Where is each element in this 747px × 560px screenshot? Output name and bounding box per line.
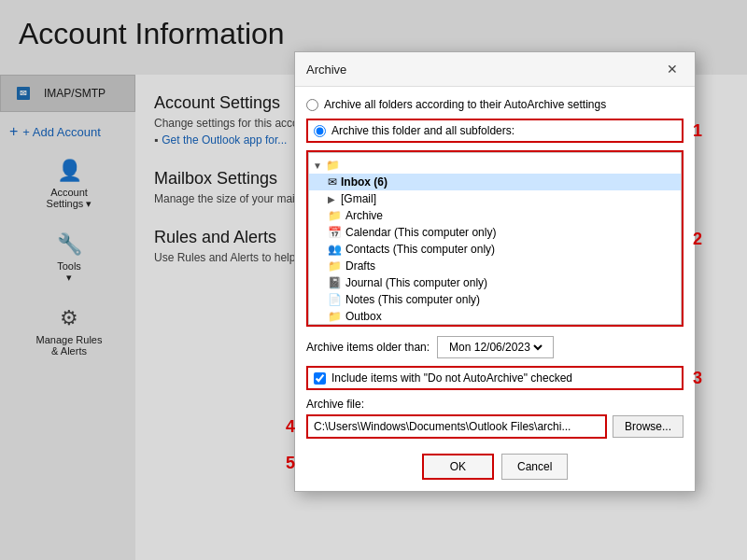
tree-item-inbox[interactable]: ✉ Inbox (6) (309, 174, 681, 190)
contacts-label: Contacts (This computer only) (345, 243, 495, 256)
dialog-buttons: 5 OK Cancel (306, 446, 684, 480)
date-select[interactable]: Mon 12/06/2023 (445, 340, 545, 355)
tree-item-journal[interactable]: 📓 Journal (This computer only) (309, 274, 681, 291)
dialog-titlebar: Archive ✕ (295, 52, 695, 87)
tree-item-outbox[interactable]: 📁 Outbox (309, 308, 681, 325)
tree-item-notes[interactable]: 📄 Notes (This computer only) (309, 291, 681, 308)
archive-dialog: Archive ✕ Archive all folders according … (294, 51, 696, 492)
gmail-expand-icon: ▶ (328, 194, 341, 204)
calendar-icon: 📅 (328, 226, 342, 239)
number-4: 4 (286, 417, 295, 437)
archive-folder-icon: 📁 (328, 209, 342, 222)
radio-option-this-folder[interactable]: Archive this folder and all subfolders: (314, 124, 676, 137)
archive-file-row: 4 C:\Users\Windows\Documents\Outlook Fil… (306, 414, 684, 439)
radio-option2-highlight: Archive this folder and all subfolders: … (306, 119, 684, 143)
checkbox-row-wrapper: Include items with "Do not AutoArchive" … (306, 366, 684, 390)
root-expand-icon: ▼ (313, 161, 326, 171)
folder-tree-wrapper: ▼ 📁 ✉ Inbox (6) ▶ [Gmail] (306, 150, 684, 327)
calendar-label: Calendar (This computer only) (345, 226, 496, 239)
notes-label: Notes (This computer only) (345, 293, 480, 306)
radio-all-folders-label: Archive all folders according to their A… (324, 98, 606, 111)
number-2: 2 (693, 229, 702, 248)
ok-button[interactable]: OK (422, 454, 494, 480)
folder-tree[interactable]: ▼ 📁 ✉ Inbox (6) ▶ [Gmail] (308, 152, 682, 325)
drafts-icon: 📁 (328, 259, 342, 273)
radio-this-folder[interactable] (314, 125, 326, 137)
inbox-label: Inbox (6) (341, 175, 388, 189)
journal-icon: 📓 (328, 276, 342, 289)
archive-items-row: Archive items older than: Mon 12/06/2023 (306, 336, 684, 358)
date-dropdown[interactable]: Mon 12/06/2023 (437, 336, 554, 358)
inbox-icon: ✉ (328, 175, 337, 189)
radio-option-all-folders[interactable]: Archive all folders according to their A… (306, 98, 684, 111)
archive-file-section: Archive file: 4 C:\Users\Windows\Documen… (306, 398, 684, 439)
outbox-label: Outbox (345, 310, 382, 323)
tree-item-drafts[interactable]: 📁 Drafts (309, 258, 681, 274)
archive-file-input[interactable]: C:\Users\Windows\Documents\Outlook Files… (306, 414, 607, 439)
dialog-body: Archive all folders according to their A… (295, 87, 695, 491)
tree-item-archive[interactable]: 📁 Archive (309, 207, 681, 224)
drafts-label: Drafts (345, 259, 375, 273)
number-3: 3 (693, 369, 702, 388)
number-5: 5 (286, 454, 295, 473)
outbox-icon: 📁 (328, 310, 342, 323)
main-background: Account Information ✉ IMAP/SMTP + + Add … (0, 0, 747, 560)
notes-icon: 📄 (328, 293, 342, 306)
cancel-button[interactable]: Cancel (501, 454, 568, 480)
browse-button[interactable]: Browse... (613, 415, 684, 438)
checkbox-row: Include items with "Do not AutoArchive" … (308, 368, 682, 388)
tree-item-contacts[interactable]: 👥 Contacts (This computer only) (309, 241, 681, 258)
archive-label: Archive (345, 209, 383, 222)
dialog-title: Archive (306, 63, 346, 77)
include-label: Include items with "Do not AutoArchive" … (331, 371, 572, 385)
folder-tree-inner: ▼ 📁 ✉ Inbox (6) ▶ [Gmail] (309, 153, 681, 325)
radio-this-folder-label: Archive this folder and all subfolders: (331, 124, 514, 137)
gmail-label: [Gmail] (341, 192, 376, 205)
tree-item-gmail[interactable]: ▶ [Gmail] (309, 190, 681, 207)
include-checkbox[interactable] (314, 372, 326, 385)
radio-all-folders[interactable] (306, 99, 318, 111)
dialog-close-button[interactable]: ✕ (661, 60, 684, 78)
tree-item-calendar[interactable]: 📅 Calendar (This computer only) (309, 224, 681, 241)
root-folder-icon: 📁 (326, 159, 340, 172)
archive-items-label: Archive items older than: (306, 341, 430, 354)
contacts-icon: 👥 (328, 243, 342, 256)
tree-item-root[interactable]: ▼ 📁 (309, 157, 681, 174)
archive-file-label: Archive file: (306, 398, 684, 411)
number-1: 1 (693, 121, 702, 141)
journal-label: Journal (This computer only) (345, 276, 487, 289)
